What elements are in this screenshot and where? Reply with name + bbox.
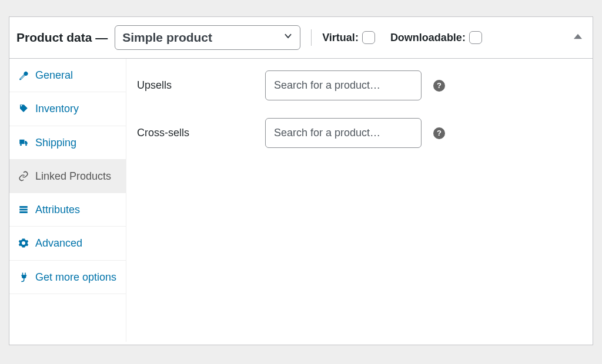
- wrench-icon: [18, 69, 29, 81]
- truck-icon: [18, 137, 29, 149]
- product-type-select[interactable]: Simple product: [115, 25, 300, 50]
- upsells-row: Upsells ?: [137, 70, 578, 100]
- sidebar-item-label: Advanced: [35, 236, 120, 250]
- triangle-up-icon: [574, 32, 582, 41]
- sidebar-item-label: Shipping: [35, 136, 120, 150]
- downloadable-option: Downloadable:: [390, 31, 482, 44]
- gear-icon: [18, 237, 29, 249]
- list-icon: [18, 204, 29, 215]
- sidebar: General Inventory Shipping Linked Produc…: [9, 59, 126, 342]
- sidebar-item-get-more-options[interactable]: Get more options: [9, 261, 126, 294]
- panel-title: Product data —: [16, 31, 108, 45]
- tag-icon: [18, 103, 29, 114]
- cross-sells-row: Cross-sells ?: [137, 118, 578, 148]
- divider: [311, 29, 312, 46]
- upsells-label: Upsells: [137, 79, 265, 92]
- upsells-search-input[interactable]: [265, 70, 422, 100]
- svg-rect-0: [19, 206, 28, 208]
- cross-sells-label: Cross-sells: [137, 127, 265, 139]
- link-icon: [18, 170, 29, 182]
- sidebar-item-label: General: [35, 68, 120, 82]
- sidebar-item-advanced[interactable]: Advanced: [9, 227, 126, 260]
- sidebar-item-label: Get more options: [35, 270, 120, 284]
- content-pane: Upsells ? Cross-sells ?: [126, 59, 593, 342]
- sidebar-item-label: Inventory: [35, 102, 120, 116]
- panel-body: General Inventory Shipping Linked Produc…: [9, 59, 593, 342]
- svg-rect-2: [19, 211, 28, 213]
- product-type-select-wrap: Simple product: [115, 25, 300, 50]
- panel-header: Product data — Simple product Virtual: D…: [9, 17, 593, 59]
- sidebar-item-label: Attributes: [35, 203, 120, 217]
- sidebar-item-shipping[interactable]: Shipping: [9, 126, 126, 160]
- sidebar-item-attributes[interactable]: Attributes: [9, 193, 126, 227]
- product-data-panel: Product data — Simple product Virtual: D…: [9, 16, 593, 345]
- sidebar-item-linked-products[interactable]: Linked Products: [9, 160, 126, 193]
- help-icon[interactable]: ?: [433, 127, 445, 139]
- cross-sells-search-input[interactable]: [265, 118, 422, 148]
- downloadable-label: Downloadable:: [390, 32, 466, 44]
- help-icon[interactable]: ?: [433, 80, 445, 92]
- sidebar-item-general[interactable]: General: [9, 59, 126, 92]
- svg-rect-1: [19, 209, 28, 211]
- virtual-checkbox[interactable]: [362, 31, 375, 44]
- sidebar-item-label: Linked Products: [35, 169, 120, 183]
- collapse-toggle[interactable]: [574, 32, 582, 43]
- sidebar-item-inventory[interactable]: Inventory: [9, 92, 126, 126]
- plug-icon: [18, 271, 29, 283]
- virtual-label: Virtual:: [322, 32, 359, 44]
- virtual-option: Virtual:: [322, 31, 375, 44]
- downloadable-checkbox[interactable]: [469, 31, 482, 44]
